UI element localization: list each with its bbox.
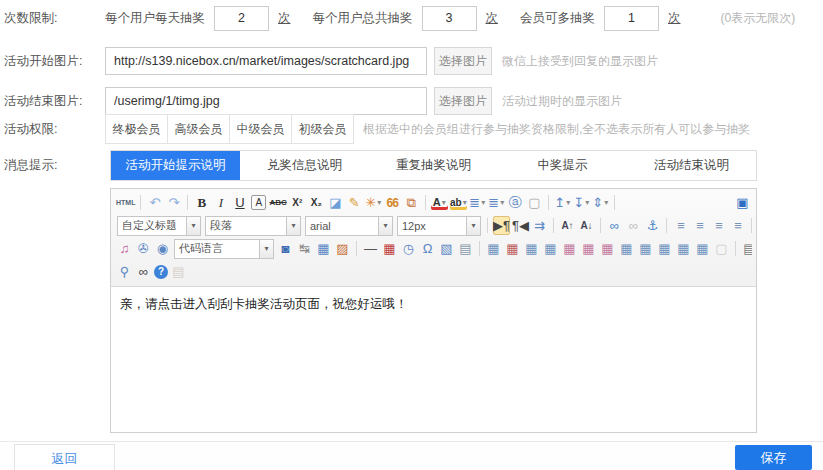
- back-button[interactable]: 返回: [14, 444, 115, 470]
- link-icon[interactable]: ∞: [606, 216, 623, 235]
- custom-title-select[interactable]: 自定义标题▾: [117, 216, 201, 236]
- chevron-down-icon[interactable]: ▾: [259, 240, 273, 258]
- strikethrough-icon[interactable]: ABC: [269, 193, 286, 212]
- anchor-icon[interactable]: ⚓: [644, 216, 661, 235]
- chevron-down-icon[interactable]: ▾: [604, 199, 608, 207]
- message-tab-4[interactable]: 活动结束说明: [627, 151, 756, 180]
- ltr-icon[interactable]: ▶¶: [493, 216, 510, 235]
- print-icon[interactable]: ▤: [741, 239, 752, 258]
- chevron-down-icon[interactable]: ▾: [463, 199, 467, 207]
- chevron-down-icon[interactable]: ▾: [585, 199, 589, 207]
- member-level-button-1[interactable]: 高级会员: [167, 114, 230, 144]
- message-tab-2[interactable]: 重复抽奖说明: [369, 151, 498, 180]
- delete-table-icon[interactable]: ▦: [504, 239, 521, 258]
- formula-icon[interactable]: ▧: [438, 239, 455, 258]
- per-day-input[interactable]: [214, 6, 269, 31]
- date-icon[interactable]: ▦: [381, 239, 398, 258]
- unlink-icon[interactable]: ∞: [625, 216, 642, 235]
- merge-down-icon[interactable]: ▦: [637, 239, 654, 258]
- chevron-down-icon[interactable]: ▾: [186, 217, 200, 235]
- insert-table-icon[interactable]: ▦: [485, 239, 502, 258]
- blockquote-icon[interactable]: 66: [384, 193, 401, 212]
- insert-code-icon[interactable]: ◙: [277, 239, 294, 258]
- split-cell-icon[interactable]: ▦: [599, 239, 616, 258]
- chevron-down-icon[interactable]: ▾: [286, 217, 300, 235]
- chevron-down-icon[interactable]: ▾: [481, 199, 485, 207]
- start-image-input[interactable]: [105, 47, 427, 75]
- superscript-icon[interactable]: X²: [289, 193, 306, 212]
- ordered-list-icon[interactable]: ≣▾: [469, 193, 486, 212]
- chevron-down-icon[interactable]: ▾: [378, 217, 392, 235]
- template-icon[interactable]: ▦: [315, 239, 332, 258]
- member-level-button-2[interactable]: 中级会员: [229, 114, 292, 144]
- fullscreen-icon[interactable]: ▣: [734, 193, 751, 212]
- split-rows-icon[interactable]: ▦: [675, 239, 692, 258]
- music-icon[interactable]: ♫: [116, 239, 133, 258]
- code-language-select[interactable]: 代码语言▾: [174, 239, 274, 259]
- unordered-list-icon[interactable]: ≣▾: [488, 193, 505, 212]
- delete-col-icon[interactable]: ▦: [580, 239, 597, 258]
- special-char-icon[interactable]: Ω: [419, 239, 436, 258]
- attachment-icon[interactable]: ✇: [135, 239, 152, 258]
- chevron-down-icon[interactable]: ▾: [500, 199, 504, 207]
- font-size-down-icon[interactable]: A↓: [578, 216, 595, 235]
- rtl-icon[interactable]: ¶◀: [512, 216, 529, 235]
- split-cols-icon[interactable]: ▦: [694, 239, 711, 258]
- font-size-select[interactable]: 12px▾: [397, 216, 481, 236]
- paragraph-spacing-icon[interactable]: ↧▾: [573, 193, 590, 212]
- chevron-down-icon[interactable]: ▾: [442, 199, 446, 207]
- underline-icon[interactable]: U: [231, 193, 248, 212]
- subscript-icon[interactable]: X₂: [308, 193, 325, 212]
- message-tab-1[interactable]: 兑奖信息说明: [240, 151, 369, 180]
- horizontal-rule-icon[interactable]: —: [362, 239, 379, 258]
- delete-row-icon[interactable]: ▦: [561, 239, 578, 258]
- pagebreak-icon[interactable]: ↹: [296, 239, 313, 258]
- table-doc-icon[interactable]: ▢: [713, 239, 730, 258]
- blank-doc-icon[interactable]: ▢: [526, 193, 543, 212]
- undo-icon[interactable]: ↶: [146, 193, 163, 212]
- auto-typeset-icon[interactable]: ✳▾: [365, 193, 382, 212]
- align-left-icon[interactable]: ≡: [672, 216, 689, 235]
- total-input[interactable]: [422, 6, 477, 31]
- chevron-down-icon[interactable]: ▾: [466, 217, 480, 235]
- background-icon[interactable]: ▨: [334, 239, 351, 258]
- font-size-up-icon[interactable]: A↑: [559, 216, 576, 235]
- edit-image-icon[interactable]: ▤: [457, 239, 474, 258]
- highlight-color-icon[interactable]: ab▾: [450, 195, 467, 210]
- chevron-down-icon[interactable]: ▾: [566, 199, 570, 207]
- chevron-down-icon[interactable]: ▾: [377, 199, 381, 207]
- end-image-input[interactable]: [105, 87, 427, 115]
- paragraph-select[interactable]: 段落▾: [205, 216, 301, 236]
- save-button[interactable]: 保存: [735, 445, 812, 470]
- format-brush-icon[interactable]: ✎: [346, 193, 363, 212]
- insert-row-icon[interactable]: ▦: [523, 239, 540, 258]
- start-image-pick-button[interactable]: 选择图片: [434, 47, 492, 75]
- indent-icon[interactable]: ↥▾: [554, 193, 571, 212]
- font-color-icon[interactable]: A▾: [431, 195, 448, 210]
- help-icon[interactable]: ?: [154, 265, 168, 279]
- member-extra-input[interactable]: [604, 6, 659, 31]
- editor-content[interactable]: 亲，请点击进入刮刮卡抽奖活动页面，祝您好运哦！: [111, 287, 756, 432]
- end-image-pick-button[interactable]: 选择图片: [434, 87, 492, 115]
- text-indent-icon[interactable]: ⇉: [531, 216, 548, 235]
- italic-icon[interactable]: I: [212, 193, 229, 212]
- merge-cells-icon[interactable]: ▦: [656, 239, 673, 258]
- align-justify-icon[interactable]: ≡: [729, 216, 746, 235]
- source-icon[interactable]: HTML: [116, 193, 135, 212]
- align-right-icon[interactable]: ≡: [710, 216, 727, 235]
- font-family-select[interactable]: arial▾: [305, 216, 393, 236]
- message-tab-0[interactable]: 活动开始提示说明: [111, 151, 240, 180]
- message-tab-3[interactable]: 中奖提示: [498, 151, 627, 180]
- member-level-button-3[interactable]: 初级会员: [291, 114, 354, 144]
- insert-frame-icon[interactable]: ◉: [154, 239, 171, 258]
- anchor-ref-icon[interactable]: ⓐ: [507, 193, 524, 212]
- eraser-icon[interactable]: ◪: [327, 193, 344, 212]
- member-level-button-0[interactable]: 终极会员: [105, 114, 168, 144]
- merge-right-icon[interactable]: ▦: [618, 239, 635, 258]
- redo-icon[interactable]: ↷: [165, 193, 182, 212]
- time-icon[interactable]: ◷: [400, 239, 417, 258]
- paste-icon[interactable]: ▤: [170, 262, 187, 281]
- bordered-text-icon[interactable]: A: [251, 195, 266, 210]
- align-center-icon[interactable]: ≡: [691, 216, 708, 235]
- line-spacing-icon[interactable]: ⇕▾: [592, 193, 609, 212]
